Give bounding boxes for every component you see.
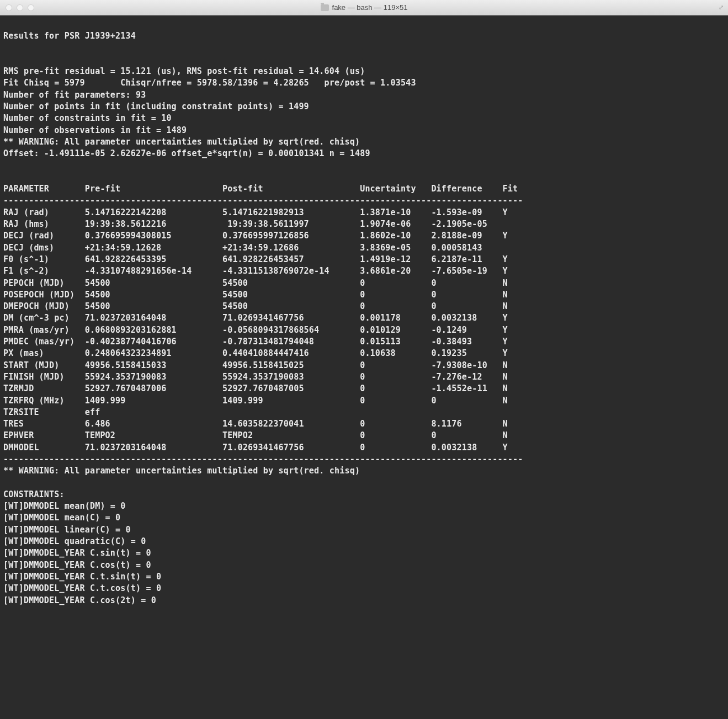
minimize-window-icon[interactable] bbox=[17, 4, 23, 11]
expand-icon[interactable]: ⤢ bbox=[719, 4, 724, 11]
window-title: fake — bash — 119×51 bbox=[321, 3, 408, 12]
window-titlebar: fake — bash — 119×51 ⤢ bbox=[0, 0, 728, 15]
window-title-text: fake — bash — 119×51 bbox=[332, 3, 408, 12]
zoom-window-icon[interactable] bbox=[28, 4, 34, 11]
terminal-output[interactable]: Results for PSR J1939+2134 RMS pre-fit r… bbox=[0, 15, 728, 610]
traffic-lights bbox=[0, 4, 34, 11]
close-window-icon[interactable] bbox=[6, 4, 12, 11]
folder-icon bbox=[321, 4, 329, 11]
